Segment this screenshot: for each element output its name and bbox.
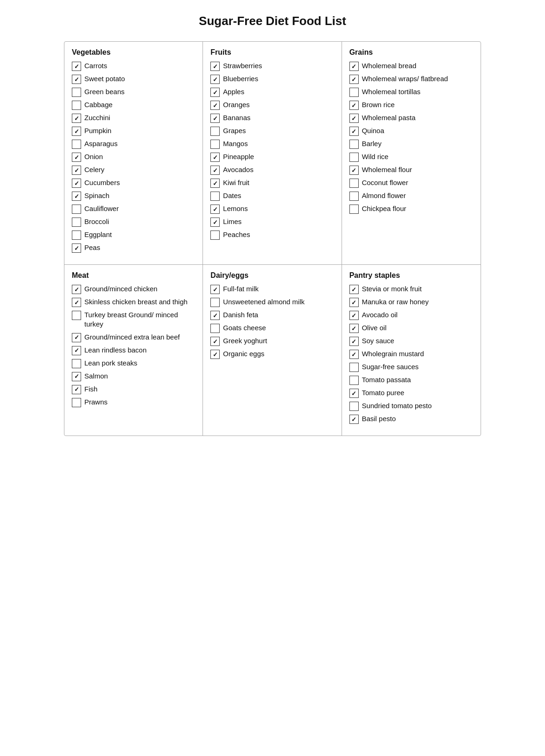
checkbox-checked[interactable]	[72, 192, 81, 201]
list-item[interactable]: Full-fat milk	[210, 284, 334, 294]
checkbox-unchecked[interactable]	[349, 205, 359, 214]
checkbox-unchecked[interactable]	[72, 231, 81, 240]
checkbox-unchecked[interactable]	[349, 179, 359, 188]
checkbox-unchecked[interactable]	[72, 311, 81, 320]
checkbox-checked[interactable]	[210, 218, 220, 227]
checkbox-checked[interactable]	[72, 346, 81, 355]
checkbox-unchecked[interactable]	[72, 218, 81, 227]
list-item[interactable]: Peaches	[210, 230, 334, 240]
checkbox-checked[interactable]	[349, 127, 359, 136]
list-item[interactable]: Wild rice	[349, 152, 473, 162]
list-item[interactable]: Stevia or monk fruit	[349, 284, 473, 294]
list-item[interactable]: Zucchini	[72, 113, 195, 123]
checkbox-checked[interactable]	[210, 114, 220, 123]
list-item[interactable]: Wholemeal tortillas	[349, 87, 473, 97]
checkbox-unchecked[interactable]	[349, 376, 359, 385]
list-item[interactable]: Celery	[72, 165, 195, 175]
list-item[interactable]: Onion	[72, 152, 195, 162]
list-item[interactable]: Wholegrain mustard	[349, 349, 473, 359]
checkbox-checked[interactable]	[349, 101, 359, 110]
list-item[interactable]: Prawns	[72, 397, 195, 407]
checkbox-checked[interactable]	[72, 166, 81, 175]
list-item[interactable]: Wholemeal flour	[349, 165, 473, 175]
checkbox-checked[interactable]	[349, 415, 359, 424]
list-item[interactable]: Wholemeal pasta	[349, 113, 473, 123]
list-item[interactable]: Basil pesto	[349, 414, 473, 424]
list-item[interactable]: Green beans	[72, 87, 195, 97]
checkbox-checked[interactable]	[349, 350, 359, 359]
checkbox-unchecked[interactable]	[72, 359, 81, 368]
checkbox-unchecked[interactable]	[72, 398, 81, 407]
checkbox-checked[interactable]	[210, 285, 220, 294]
checkbox-checked[interactable]	[72, 127, 81, 136]
checkbox-checked[interactable]	[72, 333, 81, 342]
checkbox-unchecked[interactable]	[349, 363, 359, 372]
list-item[interactable]: Spinach	[72, 191, 195, 201]
list-item[interactable]: Turkey breast Ground/ minced turkey	[72, 310, 195, 329]
checkbox-checked[interactable]	[72, 179, 81, 188]
list-item[interactable]: Coconut flower	[349, 178, 473, 188]
list-item[interactable]: Lean pork steaks	[72, 359, 195, 368]
checkbox-checked[interactable]	[210, 350, 220, 359]
checkbox-unchecked[interactable]	[349, 153, 359, 162]
list-item[interactable]: Dates	[210, 191, 334, 201]
list-item[interactable]: Barley	[349, 139, 473, 149]
list-item[interactable]: Fish	[72, 384, 195, 394]
checkbox-unchecked[interactable]	[349, 140, 359, 149]
list-item[interactable]: Ground/minced extra lean beef	[72, 333, 195, 342]
checkbox-checked[interactable]	[210, 166, 220, 175]
checkbox-checked[interactable]	[349, 62, 359, 71]
list-item[interactable]: Brown rice	[349, 100, 473, 110]
checkbox-checked[interactable]	[210, 101, 220, 110]
list-item[interactable]: Mangos	[210, 139, 334, 149]
list-item[interactable]: Pumpkin	[72, 126, 195, 136]
checkbox-checked[interactable]	[210, 88, 220, 97]
list-item[interactable]: Tomato passata	[349, 375, 473, 385]
checkbox-checked[interactable]	[210, 179, 220, 188]
checkbox-checked[interactable]	[210, 311, 220, 320]
list-item[interactable]: Grapes	[210, 126, 334, 136]
list-item[interactable]: Oranges	[210, 100, 334, 110]
list-item[interactable]: Broccoli	[72, 217, 195, 227]
checkbox-checked[interactable]	[349, 298, 359, 307]
list-item[interactable]: Organic eggs	[210, 349, 334, 359]
list-item[interactable]: Tomato puree	[349, 388, 473, 398]
list-item[interactable]: Eggplant	[72, 230, 195, 240]
checkbox-checked[interactable]	[210, 205, 220, 214]
checkbox-checked[interactable]	[72, 243, 81, 253]
checkbox-checked[interactable]	[72, 285, 81, 294]
checkbox-unchecked[interactable]	[210, 140, 220, 149]
list-item[interactable]: Chickpea flour	[349, 204, 473, 214]
checkbox-unchecked[interactable]	[349, 192, 359, 201]
list-item[interactable]: Cabbage	[72, 100, 195, 110]
checkbox-checked[interactable]	[349, 324, 359, 333]
checkbox-checked[interactable]	[72, 372, 81, 381]
checkbox-unchecked[interactable]	[349, 402, 359, 411]
checkbox-unchecked[interactable]	[72, 101, 81, 110]
checkbox-unchecked[interactable]	[349, 88, 359, 97]
list-item[interactable]: Blueberries	[210, 74, 334, 84]
list-item[interactable]: Sugar-free sauces	[349, 362, 473, 372]
list-item[interactable]: Wholemeal wraps/ flatbread	[349, 74, 473, 84]
list-item[interactable]: Sweet potato	[72, 74, 195, 84]
checkbox-checked[interactable]	[349, 311, 359, 320]
list-item[interactable]: Avocado oil	[349, 310, 473, 320]
list-item[interactable]: Danish feta	[210, 310, 334, 320]
checkbox-checked[interactable]	[210, 337, 220, 346]
checkbox-unchecked[interactable]	[210, 231, 220, 240]
list-item[interactable]: Goats cheese	[210, 323, 334, 333]
list-item[interactable]: Asparagus	[72, 139, 195, 149]
checkbox-unchecked[interactable]	[210, 324, 220, 333]
checkbox-checked[interactable]	[349, 389, 359, 398]
list-item[interactable]: Peas	[72, 243, 195, 253]
list-item[interactable]: Apples	[210, 87, 334, 97]
checkbox-checked[interactable]	[72, 385, 81, 394]
list-item[interactable]: Carrots	[72, 61, 195, 71]
list-item[interactable]: Lean rindless bacon	[72, 346, 195, 355]
list-item[interactable]: Kiwi fruit	[210, 178, 334, 188]
list-item[interactable]: Bananas	[210, 113, 334, 123]
checkbox-checked[interactable]	[349, 337, 359, 346]
checkbox-checked[interactable]	[72, 114, 81, 123]
checkbox-checked[interactable]	[72, 75, 81, 84]
checkbox-checked[interactable]	[349, 166, 359, 175]
